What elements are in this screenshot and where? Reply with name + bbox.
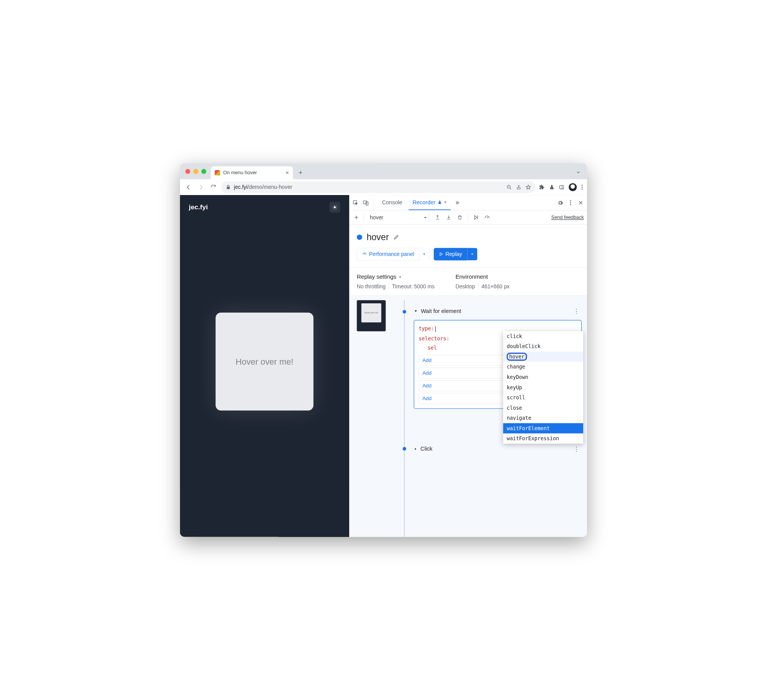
step-title: Wait for element [421,308,461,314]
close-tab-button[interactable]: × [286,170,289,176]
settings-icon[interactable] [556,199,564,207]
inspect-icon[interactable] [352,199,360,207]
maximize-window-button[interactable] [201,169,206,174]
theme-toggle-button[interactable] [330,202,340,213]
devtools-menu-icon[interactable] [567,199,575,207]
tab-title: On menu hover [223,170,257,176]
url-text: jec.fyi/demo/menu-hover [234,184,293,190]
svg-marker-4 [526,185,531,189]
rendered-page: jec.fyi Hover over me! [180,195,349,537]
svg-marker-36 [440,252,442,256]
close-window-button[interactable] [185,169,190,174]
favicon-icon [215,170,220,175]
svg-line-33 [487,217,488,218]
browser-tab[interactable]: On menu hover × [211,166,293,179]
content-row: jec.fyi Hover over me! Console Recorder … [180,195,587,537]
ac-option[interactable]: keyDown [503,372,583,382]
delete-icon[interactable] [456,213,464,221]
close-tab-icon[interactable]: × [444,199,447,205]
ac-option[interactable]: doubleClick [503,341,583,352]
browser-window: On menu hover × + jec.fyi/demo/menu-hove… [180,163,587,537]
share-icon[interactable] [516,185,521,190]
hover-target[interactable]: Hover over me! [215,313,313,411]
svg-line-16 [336,209,336,209]
replay-button[interactable]: Replay [434,248,467,260]
device-toggle-icon[interactable] [362,199,370,207]
expand-icon[interactable] [414,447,417,451]
import-icon[interactable] [445,213,453,221]
extensions-icon[interactable] [539,184,545,190]
recording-indicator-icon [357,234,362,240]
edit-name-button[interactable] [393,234,399,240]
ac-option[interactable]: waitForExpression [503,433,583,444]
ac-option[interactable]: change [503,362,583,372]
devtools-panel: Console Recorder × hover [349,195,587,537]
export-icon[interactable] [434,213,442,221]
step-menu-button[interactable]: ⋮ [574,308,579,315]
step-click[interactable]: Click ⋮ [414,443,582,454]
performance-panel-dropdown[interactable] [419,248,429,260]
svg-rect-5 [560,185,563,189]
send-feedback-link[interactable]: Send feedback [551,214,584,220]
collapse-icon[interactable] [414,309,417,313]
window-controls [185,169,206,174]
ac-option[interactable]: navigate [503,413,583,423]
close-devtools-icon[interactable] [577,199,585,207]
replay-settings-toggle[interactable]: Replay settings [357,274,438,281]
svg-marker-37 [471,254,473,255]
environment-label: Environment [456,274,513,281]
svg-line-17 [336,205,336,206]
page-logo[interactable]: jec.fyi [189,204,208,211]
ac-option[interactable]: waitForElement [503,423,583,434]
tab-recorder[interactable]: Recorder × [409,195,451,210]
bookmark-icon[interactable] [526,184,531,190]
svg-marker-40 [415,448,416,450]
svg-line-34 [364,254,365,255]
ac-option[interactable]: scroll [503,392,583,403]
step-menu-button[interactable]: ⋮ [574,446,579,453]
step-icon[interactable] [472,213,480,221]
omnibox[interactable]: jec.fyi/demo/menu-hover [221,181,535,193]
step-title: Click [421,446,432,452]
new-recording-button[interactable] [352,213,360,221]
step-wait-for-element[interactable]: Wait for element ⋮ type: selectors: sel … [414,306,582,409]
forward-button[interactable] [197,183,205,192]
lock-icon [226,185,231,190]
zoom-out-icon[interactable] [506,184,512,190]
type-autocomplete-dropdown[interactable]: click doubleClick hover change keyDown k… [503,331,583,444]
performance-panel-button[interactable]: Performance panel [357,248,419,260]
replay-dropdown[interactable] [467,248,477,260]
env-device: Desktop [456,283,478,289]
devtools-tabbar: Console Recorder × [349,195,587,210]
svg-point-22 [570,200,571,201]
minimize-window-button[interactable] [193,169,198,174]
reload-button[interactable] [209,183,218,192]
svg-marker-38 [400,276,401,278]
browser-menu-icon[interactable] [581,184,583,190]
tab-console[interactable]: Console [378,195,407,210]
slow-replay-icon[interactable] [483,213,491,221]
recording-name: hover [367,232,389,242]
new-tab-button[interactable]: + [295,167,306,178]
env-size: 461×660 px [481,283,513,289]
back-button[interactable] [184,183,193,192]
ac-option[interactable]: hover [503,352,583,362]
svg-point-23 [570,202,571,203]
ac-option[interactable]: close [503,403,583,413]
recording-selector[interactable]: hover [367,212,429,222]
step-node-icon [403,310,406,313]
tab-overflow-button[interactable] [576,170,581,175]
svg-marker-35 [423,254,425,255]
ac-option[interactable]: click [503,331,583,342]
ac-option[interactable]: keyUp [503,382,583,393]
svg-line-15 [333,205,333,206]
profile-avatar[interactable] [569,183,577,191]
recording-header: hover [349,225,587,248]
labs-icon[interactable] [549,184,555,190]
svg-point-7 [582,185,583,186]
recording-actions: Performance panel Replay [349,248,587,268]
sidepanel-icon[interactable] [559,184,564,190]
more-tabs-icon[interactable] [453,199,461,207]
toolbar-right [539,183,583,191]
svg-point-9 [582,188,583,190]
